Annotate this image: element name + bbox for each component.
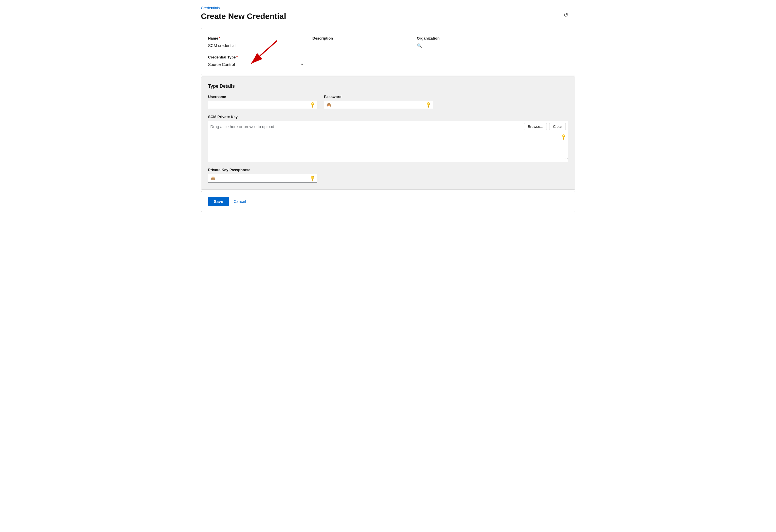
organization-field-group: Organization 🔍 xyxy=(417,36,568,49)
description-label: Description xyxy=(313,36,410,40)
type-details-title: Type Details xyxy=(208,84,568,89)
password-key-icon[interactable]: 🔑 xyxy=(425,101,431,108)
file-drop-placeholder: Drag a file here or browse to upload xyxy=(210,124,524,129)
private-key-textarea-wrapper: 🔑 ⋱ xyxy=(208,132,568,162)
username-input[interactable] xyxy=(210,102,310,107)
credential-type-field-group: Credential Type* Source Control Machine … xyxy=(208,55,568,68)
form-section-details: Type Details Username 🔑 Password 🙈 🔑 xyxy=(201,76,575,190)
organization-input[interactable] xyxy=(423,42,568,49)
username-input-wrapper: 🔑 xyxy=(208,100,317,109)
browse-button[interactable]: Browse... xyxy=(524,123,547,130)
save-button[interactable]: Save xyxy=(208,197,229,206)
password-input-wrapper: 🙈 🔑 xyxy=(324,100,433,109)
search-icon: 🔍 xyxy=(417,43,422,48)
password-field-group: Password 🙈 🔑 xyxy=(324,94,433,109)
username-field-group: Username 🔑 xyxy=(208,94,317,109)
passphrase-label: Private Key Passphrase xyxy=(208,168,568,172)
clear-button[interactable]: Clear xyxy=(549,123,566,130)
scm-private-key-label: SCM Private Key xyxy=(208,115,568,119)
passphrase-key-icon[interactable]: 🔑 xyxy=(309,175,316,182)
passphrase-input-wrapper: 🙈 🔑 xyxy=(208,174,317,183)
resize-handle: ⋱ xyxy=(565,158,568,161)
form-section-top: Name* Description Organization 🔍 Credent… xyxy=(201,28,575,75)
organization-input-wrapper: 🔍 xyxy=(417,42,568,49)
description-field-group: Description xyxy=(313,36,410,49)
scm-private-key-section: SCM Private Key Drag a file here or brow… xyxy=(208,115,568,162)
passphrase-input[interactable] xyxy=(217,176,310,181)
passphrase-eye-slash-icon[interactable]: 🙈 xyxy=(210,176,215,181)
eye-slash-icon[interactable]: 🙈 xyxy=(326,102,331,107)
username-label: Username xyxy=(208,94,317,99)
credential-type-select-wrapper: Source Control Machine Vault Network Clo… xyxy=(208,61,306,68)
password-input[interactable] xyxy=(333,102,426,107)
name-field-group: Name* xyxy=(208,36,306,49)
name-input[interactable] xyxy=(208,42,306,49)
username-password-row: Username 🔑 Password 🙈 🔑 xyxy=(208,94,568,109)
key-icon[interactable]: 🔑 xyxy=(309,101,316,108)
credential-type-label: Credential Type* xyxy=(208,55,568,59)
organization-label: Organization xyxy=(417,36,568,40)
breadcrumb-credentials[interactable]: Credentials xyxy=(201,6,575,10)
credential-type-select[interactable]: Source Control Machine Vault Network Clo… xyxy=(208,61,306,68)
name-label: Name* xyxy=(208,36,306,40)
cancel-button[interactable]: Cancel xyxy=(233,199,246,204)
file-drop-area: Drag a file here or browse to upload Bro… xyxy=(208,121,568,132)
password-label: Password xyxy=(324,94,433,99)
page-title: Create New Credential xyxy=(201,12,575,21)
passphrase-section: Private Key Passphrase 🙈 🔑 xyxy=(208,168,568,183)
description-input[interactable] xyxy=(313,42,410,49)
history-icon-button[interactable]: ↺ xyxy=(564,11,568,18)
private-key-textarea[interactable] xyxy=(208,132,568,161)
form-actions-section: Save Cancel xyxy=(201,191,575,212)
